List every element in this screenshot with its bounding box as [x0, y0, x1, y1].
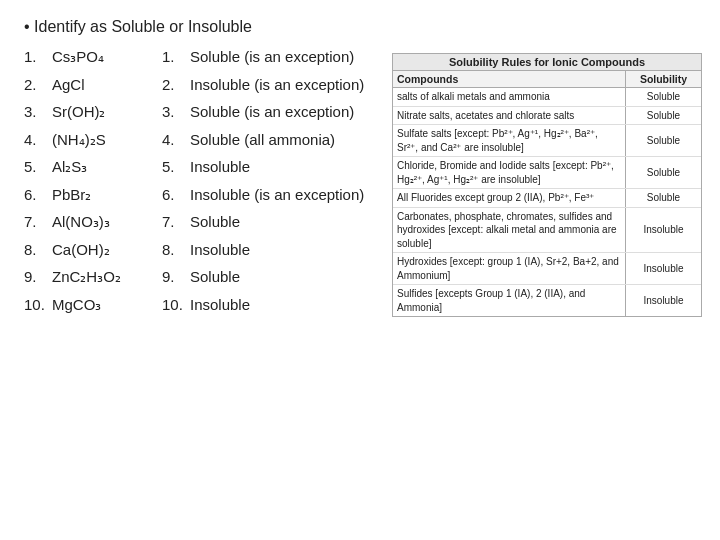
header-title: Identify as Soluble or Insoluble	[34, 18, 252, 35]
item-num: 10.	[24, 294, 52, 317]
table-row: All Fluorides except group 2 (IIA), Pb²⁺…	[393, 189, 701, 208]
bullet: •	[24, 18, 34, 35]
item-compound: Ca(OH)₂	[52, 239, 162, 262]
item-answer-num: 1.	[162, 46, 190, 69]
item-answer-num: 8.	[162, 239, 190, 262]
item-compound: Al(NO₃)₃	[52, 211, 162, 234]
item-answer-num: 3.	[162, 101, 190, 124]
table-header-compounds: Compounds	[393, 71, 626, 87]
table-cell-solubility: Soluble	[626, 88, 701, 106]
table-row: salts of alkali metals and ammonia Solub…	[393, 88, 701, 107]
table-row: Nitrate salts, acetates and chlorate sal…	[393, 107, 701, 126]
table-cell-compound: Hydroxides [except: group 1 (IA), Sr+2, …	[393, 253, 626, 284]
table-header-solubility: Solubility	[626, 71, 701, 87]
table-cell-solubility: Insoluble	[626, 253, 701, 284]
item-answer-num: 6.	[162, 184, 190, 207]
table-cell-compound: Nitrate salts, acetates and chlorate sal…	[393, 107, 626, 125]
item-answer-num: 7.	[162, 211, 190, 234]
item-answer-num: 9.	[162, 266, 190, 289]
item-num: 4.	[24, 129, 52, 152]
item-num: 6.	[24, 184, 52, 207]
item-num: 3.	[24, 101, 52, 124]
item-num: 8.	[24, 239, 52, 262]
table-body: salts of alkali metals and ammonia Solub…	[393, 88, 701, 316]
table-cell-compound: Chloride, Bromide and Iodide salts [exce…	[393, 157, 626, 188]
table-cell-solubility: Soluble	[626, 157, 701, 188]
solubility-table: Solubility Rules for Ionic Compounds Com…	[392, 53, 702, 317]
table-cell-solubility: Insoluble	[626, 208, 701, 253]
item-compound: PbBr₂	[52, 184, 162, 207]
main-container: • Identify as Soluble or Insoluble 1. Cs…	[0, 0, 720, 331]
item-compound: Al₂S₃	[52, 156, 162, 179]
item-compound: ZnC₂H₃O₂	[52, 266, 162, 289]
table-cell-compound: Carbonates, phosphate, chromates, sulfid…	[393, 208, 626, 253]
table-row: Sulfides [excepts Group 1 (IA), 2 (IIA),…	[393, 285, 701, 316]
item-answer-num: 2.	[162, 74, 190, 97]
table-cell-solubility: Soluble	[626, 189, 701, 207]
item-compound: MgCO₃	[52, 294, 162, 317]
item-num: 5.	[24, 156, 52, 179]
item-num: 9.	[24, 266, 52, 289]
item-answer-num: 10.	[162, 294, 190, 317]
item-compound: Sr(OH)₂	[52, 101, 162, 124]
table-title: Solubility Rules for Ionic Compounds	[393, 54, 701, 71]
item-answer-num: 4.	[162, 129, 190, 152]
table-cell-solubility: Soluble	[626, 125, 701, 156]
item-compound: Cs₃PO₄	[52, 46, 162, 69]
table-row: Chloride, Bromide and Iodide salts [exce…	[393, 157, 701, 189]
table-header-row: Compounds Solubility	[393, 71, 701, 88]
table-cell-compound: All Fluorides except group 2 (IIA), Pb²⁺…	[393, 189, 626, 207]
table-cell-compound: Sulfate salts [except: Pb²⁺, Ag⁺¹, Hg₂²⁺…	[393, 125, 626, 156]
item-num: 1.	[24, 46, 52, 69]
table-row: Sulfate salts [except: Pb²⁺, Ag⁺¹, Hg₂²⁺…	[393, 125, 701, 157]
item-compound: AgCl	[52, 74, 162, 97]
item-answer-num: 5.	[162, 156, 190, 179]
item-num: 7.	[24, 211, 52, 234]
item-compound: (NH₄)₂S	[52, 129, 162, 152]
table-cell-solubility: Soluble	[626, 107, 701, 125]
table-cell-compound: Sulfides [excepts Group 1 (IA), 2 (IIA),…	[393, 285, 626, 316]
table-row: Hydroxides [except: group 1 (IA), Sr+2, …	[393, 253, 701, 285]
table-cell-compound: salts of alkali metals and ammonia	[393, 88, 626, 106]
table-row: Carbonates, phosphate, chromates, sulfid…	[393, 208, 701, 254]
table-cell-solubility: Insoluble	[626, 285, 701, 316]
item-num: 2.	[24, 74, 52, 97]
bullet-header: • Identify as Soluble or Insoluble	[24, 18, 696, 36]
